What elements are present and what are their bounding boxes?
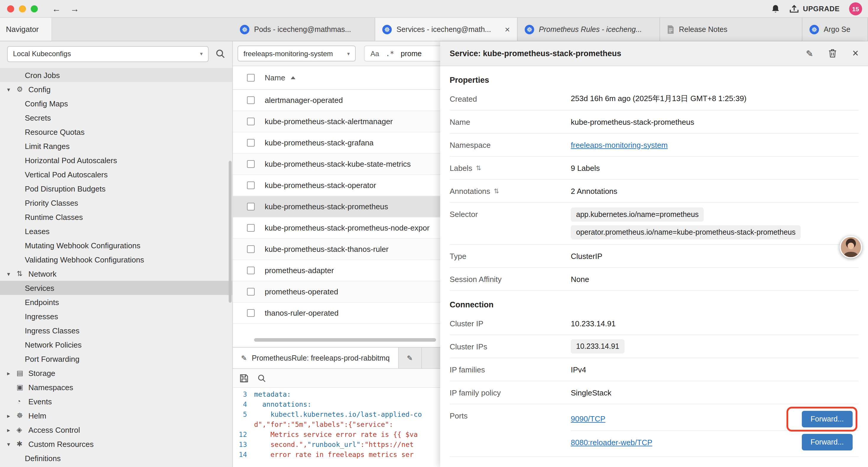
sidebar-item-validating-webhook-configurations[interactable]: Validating Webhook Configurations [0,253,232,267]
value-text: 253d 16h 6m ago (2025年1月13日 GMT+8 1:25:3… [571,93,747,104]
sidebar-item-network-policies[interactable]: Network Policies [0,338,232,352]
row-checkbox[interactable] [247,309,255,317]
sidebar-item-label: Horizontal Pod Autoscalers [25,156,117,165]
navigator-header: Navigator [0,18,52,41]
notifications-bell-icon[interactable] [771,4,780,13]
forward-button[interactable]: Forward... [802,434,852,450]
sidebar-item-runtime-classes[interactable]: Runtime Classes [0,210,232,224]
dock-tab-prometheusrule[interactable]: ✎ PrometheusRule: freeleaps-prod-rabbitm… [233,348,399,368]
delete-resource-icon[interactable] [829,49,837,58]
history-forward-button[interactable]: → [70,4,79,13]
drawer-row-label: IP families [450,365,571,374]
chevron-right-icon[interactable]: ▸ [7,370,17,376]
dock-tab-partial[interactable]: ✎ [399,348,422,368]
sidebar-item-events[interactable]: ◔Events [0,394,232,408]
sidebar-item-limit-ranges[interactable]: Limit Ranges [0,139,232,153]
sort-icon[interactable]: ⇅ [494,187,499,195]
user-avatar[interactable] [840,236,862,258]
row-checkbox[interactable] [247,160,255,168]
row-checkbox[interactable] [247,288,255,296]
drawer-row-created: Created253d 16h 6m ago (2025年1月13日 GMT+8… [450,87,859,111]
sidebar-item-leases[interactable]: Leases [0,224,232,238]
sidebar-item-definitions[interactable]: Definitions [0,451,232,465]
maximize-window-button[interactable] [31,5,38,12]
regex-toggle[interactable]: .* [385,49,394,58]
row-checkbox[interactable] [247,224,255,232]
notification-count-badge[interactable]: 15 [849,2,862,15]
sidebar-item-network[interactable]: ▾⇅Network [0,267,232,281]
close-tab-icon[interactable]: × [505,24,510,34]
tab-pods-icecheng-mathmas[interactable]: ☸Pods - icecheng@mathmas... [233,18,375,41]
sidebar-item-resource-quotas[interactable]: Resource Quotas [0,125,232,139]
sidebar-item-endpoints[interactable]: Endpoints [0,295,232,309]
sidebar-item-ingress-classes[interactable]: Ingress Classes [0,323,232,338]
tab-argo-se[interactable]: ☸Argo Se [802,18,868,41]
chevron-down-icon[interactable]: ▾ [7,441,17,447]
sidebar-item-priority-classes[interactable]: Priority Classes [0,196,232,210]
sidebar-item-helm[interactable]: ▸☸Helm [0,408,232,423]
forward-button[interactable]: Forward... [802,411,852,427]
search-query-input[interactable]: prome [401,49,422,58]
chevron-right-icon[interactable]: ▸ [7,412,17,419]
save-icon[interactable] [240,374,248,382]
close-drawer-icon[interactable]: × [852,47,859,60]
drawer-row-label: Type [450,252,571,260]
tab-services-icecheng-math[interactable]: ☸Services - icecheng@math...× [375,18,518,41]
sort-icon[interactable]: ⇅ [476,164,481,172]
chevron-right-icon[interactable]: ▸ [7,427,17,433]
sidebar-item-port-forwarding[interactable]: Port Forwarding [0,352,232,366]
sidebar-item-secrets[interactable]: Secrets [0,111,232,125]
sidebar-item-horizontal-pod-autoscalers[interactable]: Horizontal Pod Autoscalers [0,153,232,167]
match-case-toggle[interactable]: Aa [370,49,379,58]
row-checkbox[interactable] [247,118,255,125]
select-all-checkbox[interactable] [247,74,255,82]
port-link[interactable]: 9090/TCP [571,414,606,423]
history-back-button[interactable]: ← [52,4,61,13]
minimize-window-button[interactable] [19,5,26,12]
row-checkbox[interactable] [247,245,255,253]
upgrade-icon [789,4,799,13]
document-icon [667,25,674,33]
line-number: 14 [233,450,254,460]
sidebar-item-pod-disruption-budgets[interactable]: Pod Disruption Budgets [0,181,232,196]
sidebar-scrollbar[interactable] [229,161,231,303]
sidebar-search-icon[interactable] [216,49,225,59]
label-text: Annotations [450,186,490,195]
sidebar-item-storage[interactable]: ▸▤Storage [0,366,232,380]
code-segment: :"https://net [361,440,414,449]
sidebar-item-vertical-pod-autoscalers[interactable]: Vertical Pod Autoscalers [0,167,232,181]
sidebar-item-config-maps[interactable]: Config Maps [0,96,232,111]
kubeconfig-select[interactable]: Local Kubeconfigs ▾ [7,46,209,62]
sidebar-item-config[interactable]: ▾⚙Config [0,82,232,96]
editor-search-icon[interactable] [258,374,266,382]
tab-release-notes[interactable]: Release Notes [660,18,802,41]
namespace-link[interactable]: freeleaps-monitoring-system [571,140,668,149]
row-checkbox[interactable] [247,96,255,104]
row-checkbox[interactable] [247,181,255,189]
edit-resource-icon[interactable]: ✎ [806,48,813,59]
drawer-row-value: None [571,274,859,284]
tab-prometheus-rules-icecheng[interactable]: ☸Prometheus Rules - icecheng... [518,18,660,41]
namespace-filter-select[interactable]: freeleaps-monitoring-system ▾ [238,46,356,61]
sidebar-item-access-control[interactable]: ▸◈Access Control [0,423,232,437]
close-window-button[interactable] [7,5,14,12]
kubernetes-icon: ☸ [240,25,249,34]
sidebar-item-namespaces[interactable]: ▣Namespaces [0,380,232,394]
sidebar-item-cron-jobs[interactable]: Cron Jobs [0,68,232,82]
sidebar-item-ingresses[interactable]: Ingresses [0,309,232,323]
chevron-down-icon[interactable]: ▾ [7,86,17,92]
row-checkbox[interactable] [247,203,255,210]
row-checkbox[interactable] [247,267,255,274]
sidebar-item-mutating-webhook-configurations[interactable]: Mutating Webhook Configurations [0,238,232,253]
column-header-name[interactable]: Name [265,73,285,82]
drawer-row-cluster-ip: Cluster IP10.233.14.91 [450,312,859,335]
port-link[interactable]: 8080:reloader-web/TCP [571,438,652,447]
sidebar-item-services[interactable]: Services [0,281,232,295]
drawer-row-label: Selector [450,203,571,219]
sidebar-item-custom-resources[interactable]: ▾✱Custom Resources [0,437,232,451]
row-checkbox[interactable] [247,139,255,147]
code-segment: d","for":"5m","labels":{"service": [254,420,393,429]
horizontal-scrollbar[interactable] [254,338,436,342]
upgrade-button[interactable]: UPGRADE [789,4,840,13]
chevron-down-icon[interactable]: ▾ [7,270,17,277]
